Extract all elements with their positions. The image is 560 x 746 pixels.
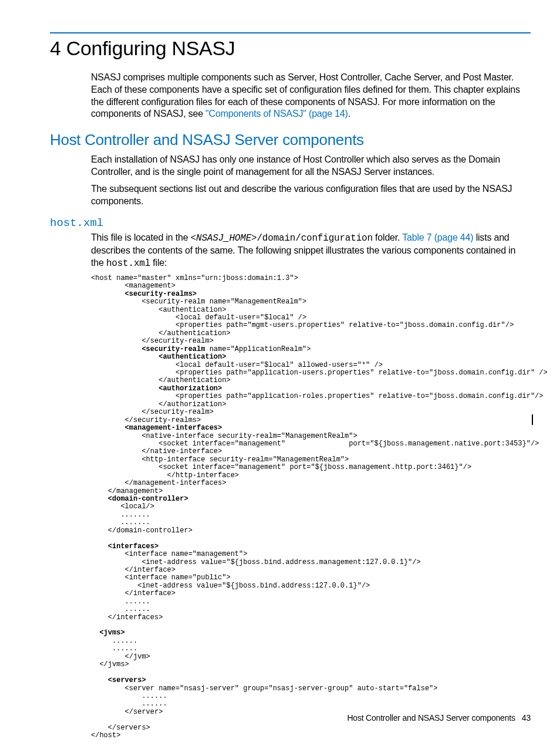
table7-link[interactable]: Table 7 (page 44)	[402, 232, 473, 242]
components-link[interactable]: "Components of NSASJ" (page 14)	[205, 109, 348, 119]
intro-text-b: .	[348, 109, 350, 119]
section-p2: The subsequent sections list out and des…	[91, 183, 528, 208]
page-footer: Host Controller and NSASJ Server compone…	[347, 713, 531, 723]
section-title: Host Controller and NSASJ Server compone…	[50, 131, 531, 149]
top-rule	[50, 32, 531, 33]
file-heading: host.xml	[50, 217, 531, 229]
file-desc-after-path: folder.	[373, 232, 402, 242]
file-desc-pre: This file is located in the	[91, 232, 191, 242]
footer-text: Host Controller and NSASJ Server compone…	[347, 713, 515, 723]
intro-paragraph: NSASJ comprises multiple components such…	[91, 72, 528, 120]
code-block: <host name="master" xmlns="urn:jboss:dom…	[91, 275, 531, 740]
footer-page: 43	[522, 713, 531, 723]
section-body: Each installation of NSASJ has only one …	[91, 154, 528, 207]
file-path-em: <NSASJ_HOME>	[191, 233, 257, 244]
file-path-rest: /domain/configuration	[257, 233, 372, 244]
file-desc-end: file:	[150, 258, 167, 268]
chapter-title: 4 Configuring NSASJ	[50, 37, 531, 60]
text-cursor	[532, 414, 533, 425]
section-p1: Each installation of NSASJ has only one …	[91, 154, 528, 178]
file-description: This file is located in the <NSASJ_HOME>…	[91, 232, 528, 269]
file-desc-filename: host.xml	[106, 258, 150, 269]
